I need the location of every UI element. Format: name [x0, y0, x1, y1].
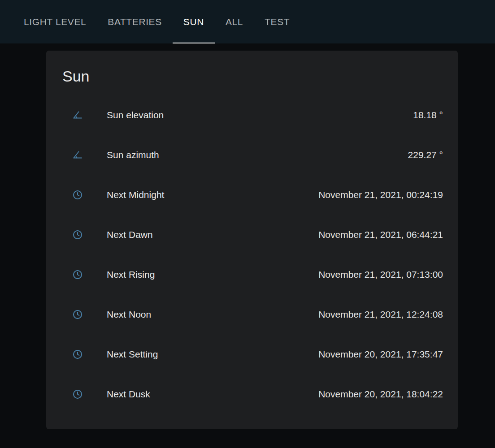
- clock-icon: [72, 269, 83, 280]
- clock-icon: [72, 229, 83, 240]
- entity-label: Next Midnight: [107, 190, 164, 200]
- tab-batteries[interactable]: BATTERIES: [97, 0, 173, 43]
- entity-value: November 21, 2021, 00:24:19: [318, 190, 443, 200]
- tab-light-level[interactable]: LIGHT LEVEL: [13, 0, 97, 43]
- tab-sun[interactable]: SUN: [173, 0, 215, 43]
- entity-value: November 20, 2021, 17:35:47: [318, 349, 443, 360]
- entity-label: Next Dusk: [107, 389, 150, 400]
- angle-icon: [72, 150, 83, 160]
- angle-icon: [72, 110, 83, 121]
- entity-label: Sun elevation: [107, 110, 164, 121]
- tab-test[interactable]: TEST: [254, 0, 300, 43]
- entity-label: Sun azimuth: [107, 150, 159, 160]
- entity-row-next-setting[interactable]: Next Setting November 20, 2021, 17:35:47: [61, 334, 443, 374]
- entity-value: 18.18 °: [413, 110, 443, 121]
- view-tab-bar: LIGHT LEVEL BATTERIES SUN ALL TEST: [0, 0, 495, 43]
- entity-row-next-noon[interactable]: Next Noon November 21, 2021, 12:24:08: [61, 294, 443, 334]
- entity-row-sun-azimuth[interactable]: Sun azimuth 229.27 °: [61, 135, 443, 175]
- entity-value: November 21, 2021, 12:24:08: [318, 309, 443, 320]
- entity-row-next-dusk[interactable]: Next Dusk November 20, 2021, 18:04:22: [61, 374, 443, 414]
- entity-row-next-dawn[interactable]: Next Dawn November 21, 2021, 06:44:21: [61, 215, 443, 254]
- entity-value: November 21, 2021, 07:13:00: [318, 269, 443, 280]
- sun-entities-card: Sun Sun elevation 18.18 ° Sun azimuth 22…: [46, 51, 458, 429]
- entity-label: Next Noon: [107, 309, 151, 320]
- entity-label: Next Setting: [107, 349, 158, 360]
- tab-all[interactable]: ALL: [215, 0, 254, 43]
- entity-value: November 21, 2021, 06:44:21: [318, 229, 443, 240]
- entity-row-next-rising[interactable]: Next Rising November 21, 2021, 07:13:00: [61, 254, 443, 294]
- clock-icon: [72, 190, 83, 200]
- clock-icon: [72, 389, 83, 400]
- entity-label: Next Rising: [107, 269, 155, 280]
- entity-value: 229.27 °: [408, 150, 443, 160]
- entity-label: Next Dawn: [107, 229, 153, 240]
- entity-row-next-midnight[interactable]: Next Midnight November 21, 2021, 00:24:1…: [61, 175, 443, 215]
- card-title: Sun: [61, 64, 443, 95]
- clock-icon: [72, 309, 83, 320]
- entity-row-sun-elevation[interactable]: Sun elevation 18.18 °: [61, 95, 443, 135]
- entity-value: November 20, 2021, 18:04:22: [318, 389, 443, 400]
- clock-icon: [72, 349, 83, 360]
